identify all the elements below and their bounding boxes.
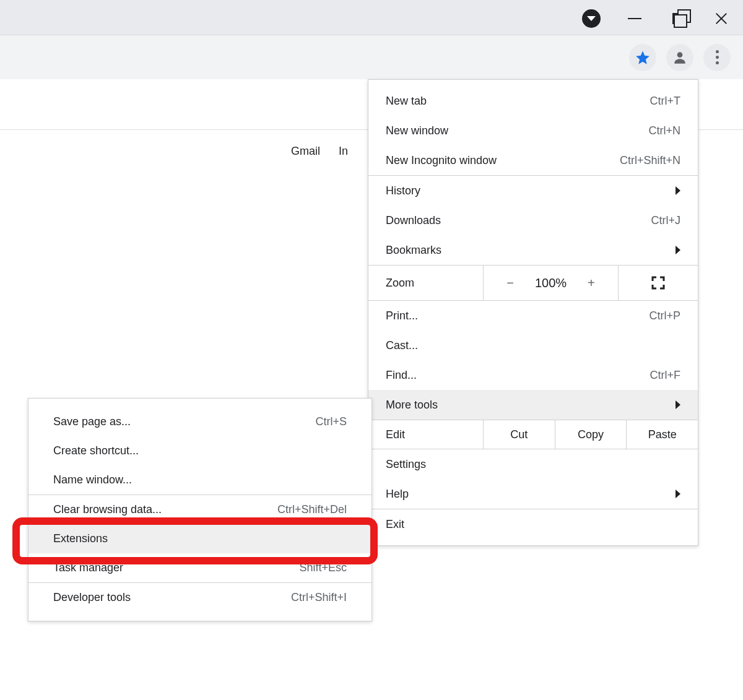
fullscreen-icon [651,275,666,290]
edit-label: Edit [368,420,484,449]
menu-shortcut: Ctrl+S [315,415,347,428]
menu-label: Settings [386,458,426,471]
menu-label: Clear browsing data... [53,503,162,516]
google-header-links: Gmail In [291,145,348,158]
menu-shortcut: Ctrl+Shift+I [291,591,347,604]
menu-new-tab[interactable]: New tab Ctrl+T [368,86,698,116]
menu-label: Task manager [53,561,123,574]
browser-toolbar [0,35,743,79]
caret-down-icon [582,9,601,28]
submenu-extensions[interactable]: Extensions [28,524,372,553]
menu-label: Bookmarks [386,244,441,257]
menu-shortcut: Ctrl+Shift+Del [277,503,347,516]
edit-paste[interactable]: Paste [627,420,698,449]
menu-shortcut: Ctrl+N [648,124,680,137]
edit-cut[interactable]: Cut [484,420,555,449]
menu-find[interactable]: Find... Ctrl+F [368,360,698,390]
submenu-developer-tools[interactable]: Developer tools Ctrl+Shift+I [28,583,372,612]
menu-shortcut: Ctrl+Shift+N [620,154,680,167]
menu-label: History [386,184,420,197]
menu-cast[interactable]: Cast... [368,331,698,360]
menu-zoom-row: Zoom − 100% + [368,265,698,301]
menu-label: Cast... [386,339,418,352]
chrome-menu-button[interactable] [703,44,731,71]
edit-copy[interactable]: Copy [555,420,627,449]
menu-label: Print... [386,309,418,322]
menu-label: Downloads [386,214,441,227]
minimize-icon [628,18,641,19]
bookmark-button[interactable] [629,44,656,71]
menu-history[interactable]: History [368,176,698,205]
svg-point-2 [677,52,683,58]
chevron-right-icon [676,246,680,254]
menu-label: Extensions [53,532,108,545]
menu-label: New tab [386,95,427,108]
close-icon [715,12,728,25]
menu-shortcut: Ctrl+F [650,369,681,382]
gmail-link[interactable]: Gmail [291,145,320,158]
chevron-right-icon [676,490,680,498]
submenu-name-window[interactable]: Name window... [28,465,372,495]
star-icon [635,50,651,66]
close-button[interactable] [700,4,743,33]
restore-button[interactable] [656,4,700,33]
menu-label: Developer tools [53,591,131,604]
zoom-in-button[interactable]: + [588,276,595,290]
restore-icon [672,13,684,24]
vertical-dots-icon [716,50,719,64]
submenu-task-manager[interactable]: Task manager Shift+Esc [28,553,372,582]
menu-shortcut: Ctrl+T [650,95,681,108]
zoom-label: Zoom [368,266,484,300]
menu-label: Name window... [53,473,132,486]
menu-more-tools[interactable]: More tools [368,390,698,420]
submenu-save-page[interactable]: Save page as... Ctrl+S [28,407,372,436]
menu-edit-row: Edit Cut Copy Paste [368,420,698,449]
menu-exit[interactable]: Exit [368,509,698,539]
zoom-out-button[interactable]: − [506,276,514,290]
zoom-controls: − 100% + [484,266,619,300]
menu-label: Save page as... [53,415,131,428]
menu-downloads[interactable]: Downloads Ctrl+J [368,205,698,235]
window-titlebar [0,0,743,35]
menu-new-window[interactable]: New window Ctrl+N [368,116,698,145]
menu-print[interactable]: Print... Ctrl+P [368,301,698,331]
menu-label: New window [386,124,448,137]
menu-label: Help [386,488,409,501]
menu-label: Exit [386,518,404,531]
menu-label: Find... [386,369,417,382]
menu-shortcut: Shift+Esc [299,561,347,574]
menu-new-incognito[interactable]: New Incognito window Ctrl+Shift+N [368,145,698,175]
zoom-value: 100% [535,276,567,290]
menu-shortcut: Ctrl+P [649,309,680,322]
chevron-right-icon [676,186,680,195]
menu-bookmarks[interactable]: Bookmarks [368,235,698,265]
minimize-button[interactable] [613,4,656,33]
chevron-right-icon [676,400,680,409]
more-tools-submenu: Save page as... Ctrl+S Create shortcut..… [28,398,372,621]
chrome-main-menu: New tab Ctrl+T New window Ctrl+N New Inc… [368,79,698,546]
menu-label: New Incognito window [386,154,497,167]
submenu-create-shortcut[interactable]: Create shortcut... [28,436,372,465]
fullscreen-button[interactable] [619,266,698,300]
submenu-clear-browsing-data[interactable]: Clear browsing data... Ctrl+Shift+Del [28,495,372,524]
profile-icon [672,50,688,66]
images-link-truncated[interactable]: In [339,145,348,158]
chrome-update-button[interactable] [570,4,613,33]
menu-label: More tools [386,399,438,412]
profile-button[interactable] [666,44,693,71]
menu-settings[interactable]: Settings [368,449,698,479]
menu-label: Create shortcut... [53,444,139,457]
menu-shortcut: Ctrl+J [651,214,680,227]
menu-help[interactable]: Help [368,479,698,509]
